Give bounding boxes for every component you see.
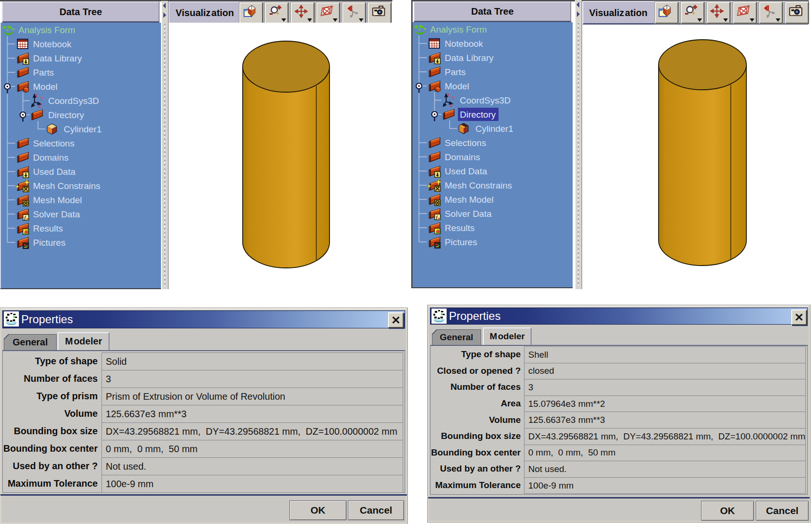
svg-text:Cylinder1: Cylinder1	[64, 124, 102, 134]
svg-text:Notebook: Notebook	[33, 39, 72, 49]
svg-text:Data Library: Data Library	[445, 53, 494, 63]
svg-text:Results: Results	[445, 223, 474, 233]
svg-text:Data Library: Data Library	[33, 53, 82, 63]
svg-text:Pictures: Pictures	[33, 238, 66, 248]
svg-text:Used Data: Used Data	[445, 166, 487, 176]
svg-text:Cylinder1: Cylinder1	[475, 124, 513, 134]
svg-text:Mesh Constrains: Mesh Constrains	[445, 180, 512, 190]
svg-text:Mesh Constrains: Mesh Constrains	[33, 181, 101, 191]
svg-text:Mesh Model: Mesh Model	[33, 195, 82, 205]
svg-text:Domains: Domains	[445, 152, 480, 162]
svg-text:Directory: Directory	[460, 110, 496, 120]
svg-text:CoordSys3D: CoordSys3D	[460, 95, 511, 105]
svg-text:Selections: Selections	[33, 138, 75, 148]
svg-text:Parts: Parts	[445, 67, 465, 77]
svg-text:Analysis Form: Analysis Form	[18, 25, 75, 35]
svg-text:Solver Data: Solver Data	[445, 209, 492, 219]
svg-text:Directory: Directory	[48, 110, 85, 120]
svg-text:Domains: Domains	[33, 153, 68, 163]
svg-text:Results: Results	[33, 223, 63, 233]
svg-text:Pictures: Pictures	[445, 237, 477, 247]
svg-text:Used Data: Used Data	[33, 167, 76, 177]
svg-text:Mesh Model: Mesh Model	[445, 195, 494, 205]
svg-text:Model: Model	[445, 81, 469, 91]
svg-text:Parts: Parts	[33, 68, 54, 77]
svg-text:Solver Data: Solver Data	[33, 209, 80, 219]
svg-text:Selections: Selections	[445, 138, 486, 148]
svg-text:Notebook: Notebook	[445, 39, 483, 49]
svg-text:Analysis Form: Analysis Form	[430, 25, 487, 34]
svg-text:Model: Model	[33, 82, 58, 92]
svg-text:CoordSys3D: CoordSys3D	[48, 96, 99, 106]
